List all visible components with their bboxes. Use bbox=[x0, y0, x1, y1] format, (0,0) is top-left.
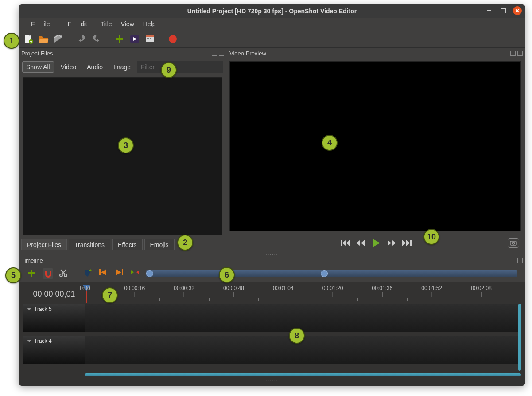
profile-icon[interactable] bbox=[129, 34, 140, 44]
close-button[interactable] bbox=[513, 6, 522, 15]
svg-rect-4 bbox=[30, 41, 32, 42]
svg-marker-22 bbox=[392, 240, 396, 246]
project-files-title: Project Files bbox=[21, 50, 53, 57]
open-project-icon[interactable] bbox=[38, 34, 49, 44]
snap-icon[interactable] bbox=[43, 268, 53, 279]
svg-marker-37 bbox=[116, 269, 121, 275]
video-preview-header: Video Preview bbox=[227, 48, 525, 59]
dock-float-icon[interactable] bbox=[517, 258, 523, 263]
track-row[interactable]: Track 4 bbox=[23, 336, 521, 364]
fast-forward-icon[interactable] bbox=[387, 239, 396, 247]
window-controls bbox=[485, 6, 522, 15]
annotation-badge-3: 3 bbox=[118, 137, 134, 153]
svg-text:+: + bbox=[89, 268, 92, 273]
annotation-badge-10: 10 bbox=[423, 229, 439, 245]
menu-help[interactable]: Help bbox=[139, 19, 160, 29]
video-preview-area[interactable] bbox=[229, 61, 521, 231]
filter-bar: Show All Video Audio Image bbox=[19, 59, 227, 75]
annotation-badge-2: 2 bbox=[177, 235, 193, 251]
annotation-badge-6: 6 bbox=[219, 267, 235, 283]
svg-rect-15 bbox=[341, 240, 342, 246]
import-files-icon[interactable] bbox=[114, 34, 125, 44]
filter-show-all[interactable]: Show All bbox=[22, 61, 54, 73]
snapshot-icon[interactable] bbox=[508, 238, 519, 248]
add-track-icon[interactable] bbox=[27, 268, 37, 279]
svg-marker-23 bbox=[402, 240, 406, 246]
filter-image[interactable]: Image bbox=[109, 61, 135, 73]
svg-marker-24 bbox=[406, 240, 410, 246]
undo-icon[interactable] bbox=[76, 34, 87, 44]
middle-area: Project Files Show All Video Audio Image… bbox=[19, 48, 525, 252]
svg-point-14 bbox=[169, 35, 177, 43]
svg-marker-21 bbox=[388, 240, 391, 246]
play-icon[interactable] bbox=[371, 238, 381, 248]
save-project-icon[interactable] bbox=[53, 34, 64, 44]
tab-project-files[interactable]: Project Files bbox=[21, 239, 67, 250]
annotation-badge-5: 5 bbox=[5, 267, 21, 283]
vertical-scrollbar[interactable] bbox=[518, 304, 521, 371]
filter-input[interactable] bbox=[137, 61, 223, 73]
track-row[interactable]: Track 5 bbox=[23, 304, 521, 332]
export-icon[interactable] bbox=[167, 34, 178, 44]
current-time: 00:00:00,01 bbox=[23, 285, 85, 303]
menu-file[interactable]: File bbox=[22, 19, 59, 29]
ruler-tick: 00:00:48 bbox=[223, 285, 244, 297]
horizontal-scrollbar[interactable] bbox=[85, 373, 521, 376]
timeline-body: 00:00:00,01 0:0000:00:1600:00:3200:00:48… bbox=[19, 282, 525, 386]
dock-float-icon[interactable] bbox=[212, 51, 217, 56]
tab-emojis[interactable]: Emojis bbox=[144, 239, 175, 250]
tab-transitions[interactable]: Transitions bbox=[69, 239, 110, 250]
ruler-tick: 00:02:08 bbox=[471, 285, 492, 297]
ruler-tick: 00:00:32 bbox=[174, 285, 194, 297]
fullscreen-icon[interactable] bbox=[144, 34, 155, 44]
svg-marker-20 bbox=[373, 239, 380, 247]
track-header[interactable]: Track 5 bbox=[23, 304, 85, 332]
jump-start-icon[interactable] bbox=[341, 239, 350, 247]
timeline-ruler[interactable]: 0:0000:00:1600:00:3200:00:4800:01:0400:0… bbox=[85, 285, 521, 303]
jump-end-icon[interactable] bbox=[402, 239, 412, 247]
video-preview-title: Video Preview bbox=[229, 50, 266, 57]
svg-rect-25 bbox=[410, 240, 412, 246]
razor-icon[interactable] bbox=[58, 268, 69, 279]
splitter-handle[interactable]: ······ bbox=[19, 252, 525, 255]
next-marker-icon[interactable] bbox=[114, 268, 125, 279]
svg-rect-38 bbox=[122, 269, 123, 275]
track-header[interactable]: Track 4 bbox=[23, 336, 85, 364]
redo-icon[interactable] bbox=[91, 34, 102, 44]
menu-edit[interactable]: Edit bbox=[59, 19, 96, 29]
dock-close-icon[interactable] bbox=[219, 51, 224, 56]
svg-point-27 bbox=[513, 242, 515, 244]
add-marker-icon[interactable]: + bbox=[82, 268, 93, 279]
transport-controls bbox=[227, 234, 525, 252]
svg-rect-12 bbox=[147, 38, 149, 39]
svg-marker-16 bbox=[342, 240, 346, 246]
annotation-badge-7: 7 bbox=[102, 287, 118, 303]
ruler-tick: 00:01:04 bbox=[273, 285, 294, 297]
filter-video[interactable]: Video bbox=[57, 61, 81, 73]
filter-audio[interactable]: Audio bbox=[83, 61, 107, 73]
maximize-button[interactable] bbox=[499, 6, 508, 15]
track-body[interactable] bbox=[85, 304, 520, 332]
center-playhead-icon[interactable] bbox=[130, 268, 141, 279]
timeline-toolbar: + bbox=[19, 265, 525, 282]
tab-effects[interactable]: Effects bbox=[112, 239, 143, 250]
zoom-slider-thumb-right[interactable] bbox=[321, 270, 328, 277]
menu-title[interactable]: Title bbox=[96, 19, 116, 29]
menu-view[interactable]: View bbox=[116, 19, 139, 29]
rewind-icon[interactable] bbox=[356, 239, 365, 247]
annotation-badge-9: 9 bbox=[161, 62, 177, 78]
svg-marker-19 bbox=[361, 240, 365, 246]
splitter-handle[interactable]: ······ bbox=[23, 378, 521, 381]
dock-float-icon[interactable] bbox=[510, 51, 516, 56]
new-project-icon[interactable] bbox=[23, 34, 34, 44]
svg-marker-18 bbox=[357, 240, 360, 246]
zoom-slider-thumb-left[interactable] bbox=[146, 270, 153, 277]
timeline-title: Timeline bbox=[21, 257, 43, 264]
minimize-button[interactable] bbox=[485, 6, 493, 15]
video-preview-panel: Video Preview bbox=[227, 48, 525, 252]
svg-rect-11 bbox=[146, 35, 154, 37]
zoom-slider[interactable] bbox=[146, 269, 517, 278]
project-files-area[interactable] bbox=[23, 77, 222, 235]
dock-close-icon[interactable] bbox=[517, 51, 523, 56]
prev-marker-icon[interactable] bbox=[98, 268, 109, 279]
